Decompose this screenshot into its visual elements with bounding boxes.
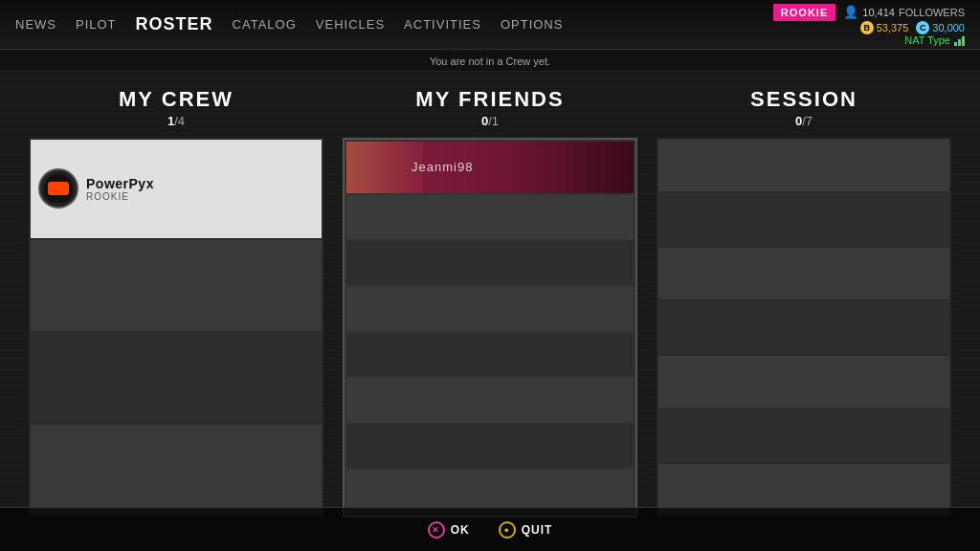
ok-label: OK [451,523,470,537]
friend-empty-row-5[interactable] [346,378,634,422]
session-empty-row-2[interactable] [658,193,949,245]
friend-empty-row-2[interactable] [346,241,634,285]
bucks-value: 53,375 [877,22,909,33]
my-friends-max: 1 [492,114,499,128]
nav-item-options[interactable]: OPTIONS [501,17,564,32]
followers-line: 👤 10,414 FOLLOWERS [843,5,965,19]
nav-item-pilot[interactable]: PILOT [76,17,117,32]
member-info: PowerPyx ROOKIE [86,176,154,202]
member-name: PowerPyx [86,176,154,191]
crew-notice: You are not in a Crew yet. [0,50,980,72]
followers-icon: 👤 [843,5,858,19]
nat-label: NAT Type [904,34,950,46]
session-panel: SESSION 0/7 [657,87,951,518]
credits-value: 30,000 [932,22,965,33]
friend-empty-row-1[interactable] [346,195,634,239]
my-friends-panel: MY FRIENDS 0/1 Jeanmi98 [343,87,637,518]
nav-right: ROOKIE 👤 10,414 FOLLOWERS B 53,375 C 30,… [773,4,965,46]
session-empty-row-6[interactable] [658,409,949,461]
followers-label: FOLLOWERS [899,7,965,18]
crew-empty-row-1[interactable] [31,240,322,331]
crew-empty-row-2[interactable] [31,333,322,424]
signal-bar-1 [954,42,957,46]
friend-row-active[interactable]: Jeanmi98 [346,142,634,193]
member-rank: ROOKIE [86,191,154,202]
nav-item-activities[interactable]: ACTIVITIES [404,17,481,32]
bucks-display: B 53,375 [860,21,909,34]
my-friends-list: Jeanmi98 [343,138,637,518]
friend-name: Jeanmi98 [412,160,473,174]
session-empty-row-3[interactable] [658,248,949,299]
rookie-badge: ROOKIE [773,4,835,21]
nav-item-roster[interactable]: ROSTER [136,14,213,34]
crew-empty-row-3[interactable] [31,425,322,516]
main-content: MY CREW 1/4 PowerPyx ROOKIE MY FRIENDS [0,87,980,518]
friend-empty-row-3[interactable] [346,287,634,331]
my-crew-count: 1/4 [29,114,323,128]
nav-item-news[interactable]: NEWS [15,17,56,32]
bottom-bar: ✕ OK ● QUIT [0,507,980,551]
my-crew-panel: MY CREW 1/4 PowerPyx ROOKIE [29,87,323,518]
friend-empty-row-4[interactable] [346,333,634,377]
buck-icon: B [860,21,874,34]
session-list [657,138,951,518]
signal-bar-2 [958,39,961,46]
friend-empty-row-6[interactable] [346,424,634,468]
nat-type: NAT Type [904,34,965,46]
coin-line: B 53,375 C 30,000 [860,21,965,34]
my-friends-title: MY FRIENDS [343,87,637,112]
session-empty-row-1[interactable] [658,140,949,191]
session-max: 7 [806,114,813,128]
my-friends-count: 0/1 [343,114,637,128]
quit-button[interactable]: ● QUIT [499,521,553,539]
crew-member-row[interactable]: PowerPyx ROOKIE [31,140,322,238]
top-nav: NEWS PILOT ROSTER CATALOG VEHICLES ACTIV… [0,0,980,50]
nav-item-vehicles[interactable]: VEHICLES [316,17,385,32]
nav-item-catalog[interactable]: CATALOG [233,17,297,32]
session-empty-row-5[interactable] [658,356,949,408]
session-empty-row-4[interactable] [658,301,949,353]
credit-icon: C [916,21,929,34]
quit-label: QUIT [522,523,553,537]
ok-button[interactable]: ✕ OK [428,521,470,539]
my-crew-max: 4 [178,114,185,128]
session-title: SESSION [657,87,951,112]
credits-display: C 30,000 [916,21,965,34]
user-stats-panel: ROOKIE 👤 10,414 FOLLOWERS B 53,375 C 30,… [773,4,965,46]
quit-icon: ● [499,521,516,539]
signal-bars [954,34,965,46]
signal-bar-3 [962,36,965,46]
avatar-icon [44,174,73,203]
session-count: 0/7 [657,114,951,128]
followers-count: 10,414 [862,7,895,18]
member-avatar [38,168,78,209]
my-crew-title: MY CREW [29,87,323,112]
my-crew-list: PowerPyx ROOKIE [29,138,323,518]
ok-icon: ✕ [428,521,445,539]
